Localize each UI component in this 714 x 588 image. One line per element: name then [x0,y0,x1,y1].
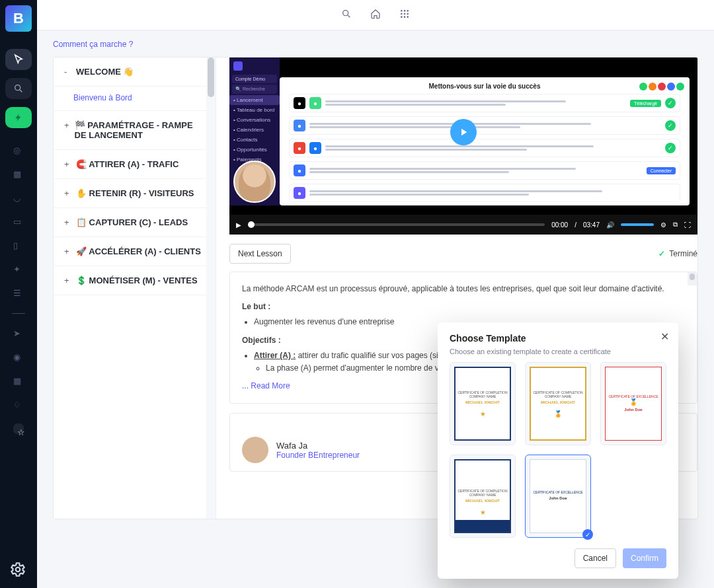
blue-dot-icon [667,83,675,91]
toc-welcome[interactable]: - WELCOME 👋 [54,57,216,87]
presenter-avatar [233,161,276,203]
instructor-name: Wafa Ja [276,441,360,451]
course-toc: - WELCOME 👋 Bienvenu à Bord +🏁 PARAMÉTRA… [54,57,216,519]
next-lesson-button[interactable]: Next Lesson [229,244,291,264]
video-player[interactable]: Compte Démo 🔍 Recherche • Lancement• Tab… [229,57,697,235]
confirm-button[interactable]: Confirm [623,548,666,568]
selected-check-icon: ✓ [582,529,593,540]
time-total: 03:47 [583,221,600,229]
cancel-button[interactable]: Cancel [575,548,616,568]
body-scrollbar[interactable] [688,272,697,285]
lesson-done[interactable]: ✓Terminé [658,244,697,264]
video-side-item: • Conversations [229,115,280,125]
toc-item[interactable]: +📋 CAPTURER (C) - LEADS [54,208,216,237]
svg-point-10 [404,16,406,18]
settings-icon[interactable]: ⚙ [660,221,666,229]
fullscreen-icon[interactable]: ⛶ [684,221,691,229]
close-icon[interactable]: ✕ [660,330,669,343]
toc-item[interactable]: +💲 MONÉTISER (M) - VENTES [54,266,216,295]
template-option-2[interactable]: CERTIFICATE OF COMPLETIONCOMPANY NAMEMIC… [525,362,591,445]
svg-point-0 [15,85,20,91]
toc-scrollbar[interactable] [206,57,216,519]
video-side-header: Compte Démo [232,75,277,83]
app-sidebar: B ◎ ▦ ◡ ▭ ▯ ✦ ☰ ➤ ◉ ▦ ♢ ☆ [0,0,37,588]
nav-star-icon[interactable]: ☆ [13,423,24,434]
instructor-avatar [242,437,268,463]
toc-item[interactable]: +🚀 ACCÉLÉRER (A) - CLIENTS [54,237,216,266]
svg-point-3 [401,10,403,12]
svg-point-4 [404,10,406,12]
toc-item[interactable]: +✋ RETENIR (R) - VISITEURS [54,179,216,208]
onboarding-row: ●●✓ [289,139,680,157]
svg-point-5 [407,10,409,12]
brand-logo: B [5,5,32,32]
modal-subtitle: Choose an existing template to create a … [450,348,666,355]
svg-point-9 [401,16,403,18]
nav-dashboard-icon[interactable]: ▦ [13,169,24,180]
play-button[interactable] [450,119,477,145]
video-side-item: • Contacts [229,135,280,145]
nav-send-icon[interactable]: ➤ [13,328,24,339]
onboarding-row: ●✓ [289,116,680,135]
sidebar-cursor-button[interactable] [5,49,32,70]
template-option-3[interactable]: CERTIFICATE OF EXCELLENCE🏅John Doe [600,362,666,445]
video-side-search: 🔍 Recherche [232,85,277,94]
nav-sparkle-icon[interactable]: ✦ [13,264,24,275]
modal-title: Choose Template [450,333,666,344]
toc-welcome-sub[interactable]: Bienvenu à Bord [54,87,216,111]
nav-badge-icon[interactable]: ♢ [13,400,24,410]
video-controls: ▶ 00:00 / 03:47 🔊 ⚙ ⧉ ⛶ [229,215,697,235]
template-option-1[interactable]: CERTIFICATE OF COMPLETIONCOMPANY NAMEMIC… [450,362,516,445]
nav-location-icon[interactable]: ◎ [13,145,24,156]
nav-globe-icon[interactable]: ◉ [13,352,24,363]
nav-calendar-icon[interactable]: ▭ [13,217,24,227]
template-option-4[interactable]: CERTIFICATE OF COMPLETIONCOMPANY NAMEMIC… [450,455,516,538]
video-side-item: • Calendriers [229,125,280,135]
body-intro: La méthode ARCAM est un processus éprouv… [242,283,685,295]
top-home-icon[interactable] [370,9,381,21]
svg-point-7 [404,13,406,15]
volume-icon[interactable]: 🔊 [606,221,614,229]
read-more-link[interactable]: ... Read More [242,381,290,390]
toc-item[interactable]: +🧲 ATTIRER (A) - TRAFIC [54,150,216,179]
toc-welcome-label: WELCOME 👋 [76,67,134,77]
whatsapp-icon [639,83,647,91]
sidebar-bolt-button[interactable] [5,107,32,128]
onboarding-row: ● [289,184,680,202]
settings-gear-icon[interactable] [9,561,26,580]
volume-slider[interactable] [621,223,654,226]
top-search-icon[interactable] [341,9,352,21]
body-goal-heading: Le but : [242,301,685,313]
svg-point-2 [343,11,348,16]
video-inner-title: Mettons-vous sur la voie du succès [280,77,690,90]
time-current: 00:00 [551,221,568,229]
orange-dot-icon [649,83,656,91]
video-side-item: • Tableau de bord [229,105,280,115]
nav-grid-icon[interactable]: ▦ [13,376,24,386]
svg-point-1 [16,568,20,572]
svg-point-11 [407,16,409,18]
onboarding-row: ●●Téléchargé✓ [289,94,680,112]
choose-template-modal: ✕ Choose Template Choose an existing tem… [438,322,678,579]
svg-point-8 [407,13,409,15]
top-apps-icon[interactable] [399,9,410,21]
template-option-5[interactable]: CERTIFICATE OF EXCELLENCEJohn Doe✓ [525,455,591,538]
video-content: Mettons-vous sur la voie du succès ●●Tél… [280,77,690,205]
video-side-item: • Opportunités [229,145,280,155]
breadcrumb[interactable]: Comment ça marche ? [53,40,698,49]
svg-point-6 [401,13,403,15]
red-dot-icon [658,83,666,91]
onboarding-row: ●Connecter [289,161,680,180]
sidebar-search-button[interactable] [5,78,32,99]
video-side-item: • Lancement [229,95,280,105]
play-icon[interactable]: ▶ [236,221,241,229]
toc-item[interactable]: +🏁 PARAMÉTRAGE - RAMPE DE LANCEMENT [54,111,216,150]
instructor-role[interactable]: Founder BEntrepreneur [276,451,360,460]
pip-icon[interactable]: ⧉ [673,221,678,229]
top-bar [37,0,714,30]
green-dot-icon [676,83,684,91]
nav-contacts-icon[interactable]: ▯ [13,240,24,251]
seek-bar[interactable] [248,223,545,226]
nav-chat-icon[interactable]: ◡ [13,193,24,203]
nav-archive-icon[interactable]: ☰ [13,288,24,299]
